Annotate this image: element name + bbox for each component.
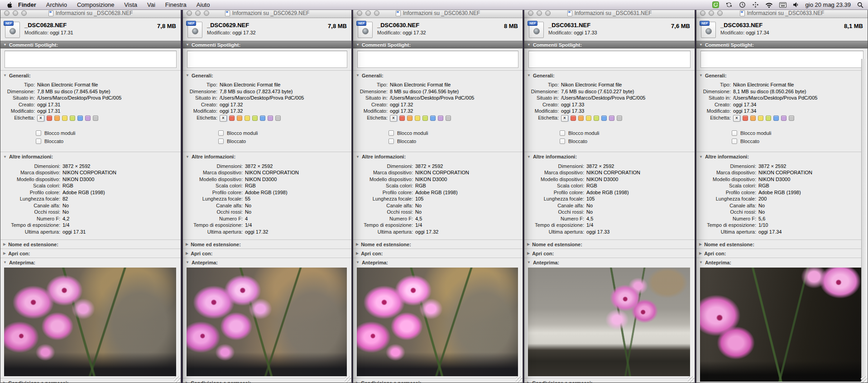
section-nome-ed-estensione[interactable]: ▶ Nome ed estensione:: [524, 239, 695, 249]
zoom-button[interactable]: [374, 10, 379, 16]
label-none-button[interactable]: ×: [220, 115, 227, 122]
section-anteprima[interactable]: ▼ Anteprima:: [183, 258, 351, 267]
close-button[interactable]: [4, 10, 10, 16]
section-anteprima[interactable]: ▼ Anteprima:: [0, 258, 181, 267]
section-generali[interactable]: ▼ Generali:: [183, 70, 351, 80]
label-gray-chip[interactable]: [446, 115, 451, 121]
section-commenti-spotlight[interactable]: ▼ Commenti Spotlight:: [696, 41, 868, 48]
label-green-chip[interactable]: [422, 115, 428, 121]
section-condivisione-e-permessi[interactable]: ▶ Condivisione e permessi:: [353, 378, 523, 383]
label-gray-chip[interactable]: [275, 115, 281, 121]
label-none-button[interactable]: ×: [37, 115, 44, 122]
section-nome-ed-estensione[interactable]: ▶ Nome ed estensione:: [353, 239, 523, 249]
label-red-chip[interactable]: [399, 115, 405, 121]
label-none-button[interactable]: ×: [390, 115, 397, 122]
section-generali[interactable]: ▼ Generali:: [0, 70, 181, 80]
input-menu-icon[interactable]: [779, 2, 786, 8]
zoom-button[interactable]: [545, 10, 551, 16]
titlebar[interactable]: Informazioni su _DSC0631.NEF: [524, 9, 695, 18]
close-button[interactable]: [700, 10, 705, 16]
label-yellow-chip[interactable]: [415, 115, 420, 121]
label-gray-chip[interactable]: [93, 115, 98, 121]
resize-grip[interactable]: [688, 376, 694, 383]
resize-grip[interactable]: [174, 376, 180, 383]
label-purple-chip[interactable]: [268, 115, 273, 121]
section-altre-informazioni[interactable]: ▼ Altre informazioni:: [353, 152, 523, 162]
minimize-button[interactable]: [537, 10, 542, 16]
resize-grip[interactable]: [345, 376, 351, 383]
zoom-button[interactable]: [717, 10, 723, 16]
label-orange-chip[interactable]: [578, 115, 584, 121]
menu-item-composizione[interactable]: Composizione: [72, 0, 119, 10]
section-anteprima[interactable]: ▼ Anteprima:: [696, 258, 868, 267]
label-gray-chip[interactable]: [789, 115, 794, 121]
titlebar[interactable]: Informazioni su _DSC0628.NEF: [0, 9, 181, 18]
spotlight-comment-box[interactable]: [700, 51, 863, 68]
close-button[interactable]: [187, 10, 192, 16]
section-apri-con[interactable]: ▶ Apri con:: [183, 249, 351, 258]
label-green-chip[interactable]: [70, 115, 75, 121]
bloccato-checkbox[interactable]: [218, 139, 224, 144]
minimize-button[interactable]: [709, 10, 714, 16]
spotlight-comment-box[interactable]: [5, 51, 177, 68]
spotlight-icon[interactable]: [857, 2, 863, 8]
section-apri-con[interactable]: ▶ Apri con:: [353, 249, 523, 258]
section-commenti-spotlight[interactable]: ▼ Commenti Spotlight:: [0, 41, 181, 48]
spotlight-comment-box[interactable]: [357, 51, 518, 68]
apple-menu-icon[interactable]: [5, 1, 14, 9]
wifi-icon[interactable]: [765, 2, 773, 8]
blocco-moduli-checkbox[interactable]: [560, 130, 565, 136]
spotlight-comment-box[interactable]: [187, 51, 347, 68]
section-generali[interactable]: ▼ Generali:: [524, 70, 695, 80]
bloccato-checkbox[interactable]: [388, 139, 394, 144]
label-yellow-chip[interactable]: [245, 115, 250, 121]
close-button[interactable]: [357, 10, 362, 16]
label-purple-chip[interactable]: [781, 115, 786, 121]
label-yellow-chip[interactable]: [586, 115, 591, 121]
menu-item-aiuto[interactable]: Aiuto: [192, 0, 215, 10]
label-orange-chip[interactable]: [54, 115, 60, 121]
section-condivisione-e-permessi[interactable]: ▶ Condivisione e permessi:: [0, 378, 181, 383]
label-none-button[interactable]: ×: [561, 115, 568, 122]
label-orange-chip[interactable]: [407, 115, 412, 121]
label-none-button[interactable]: ×: [733, 115, 740, 122]
section-condivisione-e-permessi[interactable]: ▶ Condivisione e permessi:: [524, 378, 695, 383]
label-blue-chip[interactable]: [430, 115, 436, 121]
label-red-chip[interactable]: [47, 115, 52, 121]
titlebar[interactable]: Informazioni su _DSC0630.NEF: [353, 9, 523, 18]
minimize-button[interactable]: [365, 10, 371, 16]
minimize-button[interactable]: [195, 10, 201, 16]
menu-item-finder[interactable]: Finder: [14, 0, 41, 10]
section-apri-con[interactable]: ▶ Apri con:: [0, 249, 181, 258]
label-red-chip[interactable]: [743, 115, 748, 121]
label-blue-chip[interactable]: [601, 115, 607, 121]
label-gray-chip[interactable]: [617, 115, 622, 121]
label-blue-chip[interactable]: [77, 115, 83, 121]
label-orange-chip[interactable]: [237, 115, 242, 121]
volume-icon[interactable]: [793, 2, 799, 8]
label-orange-chip[interactable]: [750, 115, 756, 121]
section-generali[interactable]: ▼ Generali:: [696, 70, 868, 80]
section-apri-con[interactable]: ▶ Apri con:: [696, 249, 868, 258]
label-yellow-chip[interactable]: [62, 115, 67, 121]
menu-item-vista[interactable]: Vista: [119, 0, 142, 10]
resize-grip[interactable]: [516, 376, 522, 383]
scrollbar[interactable]: [861, 59, 868, 383]
label-green-chip[interactable]: [252, 115, 258, 121]
label-blue-chip[interactable]: [773, 115, 779, 121]
minimize-button[interactable]: [13, 10, 18, 16]
section-commenti-spotlight[interactable]: ▼ Commenti Spotlight:: [353, 41, 523, 48]
bloccato-checkbox[interactable]: [36, 139, 41, 144]
blocco-moduli-checkbox[interactable]: [36, 130, 41, 136]
titlebar[interactable]: Informazioni su _DSC0629.NEF: [183, 9, 351, 18]
bloccato-checkbox[interactable]: [560, 139, 565, 144]
section-anteprima[interactable]: ▼ Anteprima:: [524, 258, 695, 267]
section-altre-informazioni[interactable]: ▼ Altre informazioni:: [696, 152, 868, 162]
section-anteprima[interactable]: ▼ Anteprima:: [353, 258, 523, 267]
time-machine-icon[interactable]: [739, 1, 746, 8]
resize-grip[interactable]: [861, 376, 867, 383]
blocco-moduli-checkbox[interactable]: [218, 130, 224, 136]
spotlight-comment-box[interactable]: [528, 51, 691, 68]
sync-arrows-icon[interactable]: [725, 1, 733, 8]
section-altre-informazioni[interactable]: ▼ Altre informazioni:: [183, 152, 351, 162]
